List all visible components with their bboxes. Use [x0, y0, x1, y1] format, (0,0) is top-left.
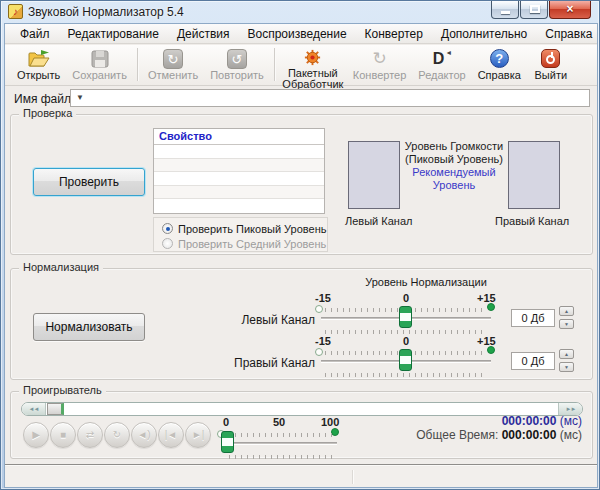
current-time-value: 000:00:00	[502, 414, 557, 428]
toolbar-exit-label: Выйти	[535, 70, 568, 81]
table-row	[154, 186, 324, 200]
total-time: Общее Время: 000:00:00 (мс)	[416, 428, 582, 442]
radio-unselected-icon	[162, 238, 173, 249]
left-channel-db-field[interactable]: 0 Дб	[511, 309, 555, 327]
help-question-icon: ?	[490, 48, 509, 69]
status-bar-divider-line	[5, 464, 597, 466]
scale-min-label: -15	[315, 335, 331, 347]
volume-scale-0: 0	[223, 416, 229, 428]
app-window: ♪ Звуковой Нормализатор 5.4 × Файл Редак…	[0, 0, 600, 490]
toolbar-save-button[interactable]: Сохранить	[66, 46, 133, 83]
right-channel-caption: Правый Канал	[495, 215, 569, 227]
toolbar-editor-label: Редактор	[418, 70, 465, 81]
seek-thumb[interactable]	[47, 403, 64, 415]
right-channel-db-field[interactable]: 0 Дб	[511, 352, 555, 370]
close-icon: ×	[550, 2, 590, 16]
radio-peak-level[interactable]: Проверить Пиковый Уровень	[162, 221, 327, 236]
current-time: 000:00:00 (мс)	[416, 414, 582, 428]
undo-icon: ↻	[163, 48, 183, 69]
total-time-unit: (мс)	[560, 428, 582, 442]
toolbar-redo-button[interactable]: ↺ Повторить	[204, 46, 270, 83]
toolbar-help-label: Справка	[478, 70, 521, 81]
client-area: Файл Редактирование Действия Воспроизвед…	[4, 23, 598, 488]
volume-scale-100: 100	[321, 416, 339, 428]
volume-ticks	[229, 455, 333, 459]
toolbar-help-button[interactable]: ? Справка	[472, 46, 527, 83]
toolbar-save-label: Сохранить	[72, 70, 127, 81]
volume-scale-50: 50	[273, 416, 285, 428]
menu-item-file[interactable]: Файл	[11, 24, 59, 44]
left-channel-spin-up[interactable]: ▲	[559, 306, 574, 316]
play-button[interactable]: ▶	[23, 422, 49, 448]
slider-ticks	[325, 330, 485, 334]
recommended-level-line1: Рекомендуемый	[398, 166, 510, 179]
shuffle-button[interactable]: ⇄	[77, 422, 103, 448]
toolbar-batch-button[interactable]: Пакетный Обработчик	[279, 46, 347, 83]
menu-item-extra[interactable]: Дополнительно	[432, 24, 536, 44]
left-channel-spin-down[interactable]: ▼	[559, 319, 574, 329]
repeat-button[interactable]: ↻	[104, 422, 130, 448]
gear-icon	[303, 48, 322, 67]
toolbar-editor-button[interactable]: D ◄ Редактор	[412, 46, 471, 83]
slider-min-marker	[315, 348, 323, 356]
editor-icon: D ◄	[433, 48, 452, 69]
seek-back-button[interactable]: ◄◄	[22, 403, 46, 415]
check-group: Проверка Проверить Свойство Проверить Пи…	[10, 114, 593, 255]
repeat-icon: ↻	[113, 429, 121, 440]
normalize-group-title: Нормализация	[19, 261, 103, 273]
close-button[interactable]: ×	[549, 1, 591, 19]
status-bar	[5, 467, 597, 487]
volume-level-title: Уровень Громкости (Пиковый Уровень) Реко…	[398, 140, 510, 192]
toolbar-exit-button[interactable]: Выйти	[527, 46, 575, 83]
player-group-title: Проигрыватель	[19, 384, 106, 396]
power-icon	[541, 48, 560, 69]
property-table[interactable]: Свойство	[153, 128, 325, 214]
speaker-icon: ◄)	[137, 429, 150, 440]
menu-item-edit[interactable]: Редактирование	[59, 24, 168, 44]
stop-button[interactable]: ■	[50, 422, 76, 448]
redo-icon: ↺	[227, 48, 247, 69]
toolbar-undo-label: Отменить	[148, 70, 198, 81]
play-icon: ▶	[32, 429, 40, 440]
toolbar-open-label: Открыть	[17, 70, 60, 81]
stop-icon: ■	[60, 429, 66, 440]
slider-ticks	[325, 373, 485, 377]
volume-slider-track[interactable]	[227, 442, 337, 445]
volume-slider-thumb[interactable]	[221, 431, 234, 453]
menu-item-actions[interactable]: Действия	[168, 24, 239, 44]
previous-icon: |◄	[165, 429, 178, 440]
maximize-button[interactable]	[520, 1, 548, 19]
menu-item-playback[interactable]: Воспроизведение	[239, 24, 356, 44]
right-channel-slider-thumb[interactable]	[399, 349, 412, 371]
left-channel-slider-thumb[interactable]	[399, 306, 412, 328]
minimize-button[interactable]	[491, 1, 519, 19]
scale-mid-label: 0	[403, 335, 409, 347]
table-row	[154, 159, 324, 173]
total-time-label: Общее Время:	[416, 428, 498, 442]
toolbar-open-button[interactable]: Открыть	[11, 46, 66, 83]
slider-max-marker	[487, 303, 495, 311]
volume-ticks	[229, 433, 333, 437]
menu-item-converter[interactable]: Конвертер	[356, 24, 432, 44]
right-channel-spin-up[interactable]: ▲	[559, 349, 574, 359]
toolbar-undo-button[interactable]: ↻ Отменить	[142, 46, 204, 83]
toolbar-converter-button[interactable]: ↻ Конвертер	[347, 46, 412, 83]
app-icon: ♪	[8, 4, 23, 19]
radio-average-level[interactable]: Проверить Средний Уровень	[162, 236, 327, 251]
check-button[interactable]: Проверить	[33, 168, 145, 196]
current-time-unit: (мс)	[560, 414, 582, 428]
menu-item-help[interactable]: Справка	[536, 24, 600, 44]
scale-max-label: +15	[477, 292, 496, 304]
slider-max-marker	[487, 346, 495, 354]
normalize-button[interactable]: Нормализовать	[33, 313, 145, 341]
property-table-header: Свойство	[154, 129, 324, 145]
right-channel-spin-down[interactable]: ▼	[559, 362, 574, 372]
filename-combobox[interactable]: ▼	[70, 89, 590, 107]
next-button[interactable]: ►|	[185, 422, 211, 448]
chevron-down-icon[interactable]: ▼	[76, 93, 84, 102]
previous-button[interactable]: |◄	[158, 422, 184, 448]
check-mode-panel: Проверить Пиковый Уровень Проверить Сред…	[153, 217, 328, 252]
volume-button[interactable]: ◄)	[131, 422, 157, 448]
right-channel-slider-label: Правый Канал	[233, 356, 315, 370]
right-channel-meter	[508, 141, 560, 209]
